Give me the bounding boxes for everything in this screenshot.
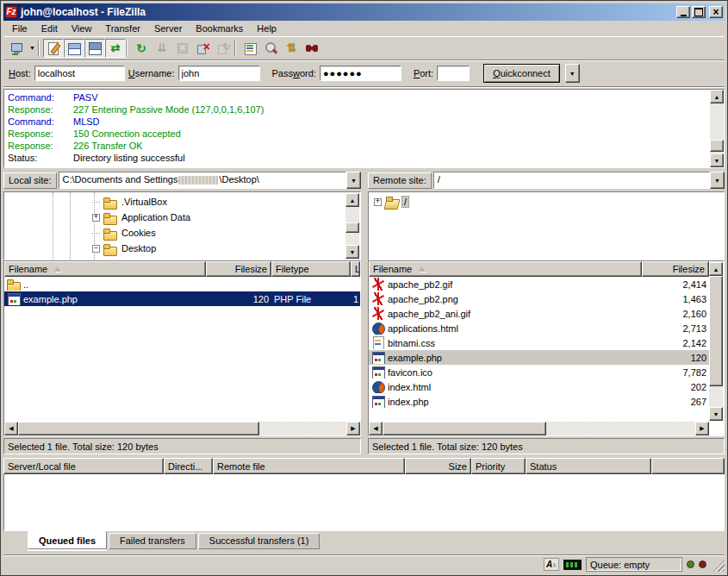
cancel-button[interactable] (172, 39, 193, 58)
menu-item[interactable]: Help (250, 22, 283, 35)
site-manager-button[interactable] (6, 39, 27, 58)
scroll-up-icon[interactable]: ▲ (710, 90, 724, 103)
folder-icon[interactable] (92, 198, 100, 206)
scroll-up-icon[interactable]: ▲ (345, 193, 359, 207)
scrollbar-thumb[interactable] (709, 276, 723, 386)
column-header-filesize[interactable]: Filesize (642, 261, 709, 277)
menu-item[interactable]: Bookmarks (189, 22, 250, 35)
disconnect-button[interactable] (193, 39, 214, 58)
log-vertical-scrollbar[interactable]: ▲ ▼ (710, 90, 724, 167)
find-button[interactable] (302, 39, 322, 58)
scrollbar-thumb[interactable] (18, 422, 259, 435)
queue-tab[interactable]: Failed transfers (109, 533, 196, 549)
chevron-down-icon[interactable]: ▼ (710, 172, 725, 189)
port-input[interactable] (437, 66, 470, 81)
queue-list[interactable] (3, 474, 725, 531)
process-queue-button[interactable] (152, 39, 172, 58)
local-tree-scrollbar[interactable]: ▲ ▼ (345, 193, 359, 259)
remote-vertical-scrollbar[interactable]: ▲ ▼ (709, 262, 723, 421)
folder-icon[interactable] (92, 214, 100, 222)
column-header-filetype[interactable]: Filetype (271, 261, 351, 277)
scroll-left-icon[interactable]: ◀ (369, 422, 383, 435)
username-input[interactable] (178, 66, 260, 81)
ascii-data-type-indicator-icon[interactable]: A (544, 558, 559, 571)
column-header-server-local-file[interactable]: Server/Local file (3, 458, 164, 474)
minimize-button[interactable] (676, 6, 690, 18)
filter-button[interactable] (240, 39, 260, 58)
toggle-remote-tree-button[interactable] (84, 39, 105, 58)
scroll-up-icon[interactable]: ▲ (709, 262, 723, 276)
scroll-down-icon[interactable]: ▼ (709, 407, 723, 421)
apache-button[interactable]: apache_pb2.gif 2,414 (369, 277, 709, 291)
site-manager-dropdown-button[interactable] (27, 39, 38, 58)
column-header-filesize[interactable]: Filesize (206, 261, 271, 277)
quickconnect-dropdown-button[interactable]: ▼ (565, 64, 580, 83)
win-button[interactable]: example.php 120 PHP File 1 (4, 291, 360, 306)
css-button[interactable]: bitnami.css 2,142 (369, 335, 709, 350)
refresh-button[interactable] (131, 39, 152, 58)
local-site-path[interactable]: C:\Documents and Settings\Desktop\ (59, 172, 346, 189)
folder-icon[interactable] (92, 245, 100, 253)
remote-site-combo[interactable]: / ▼ (433, 172, 725, 189)
resize-grip[interactable] (712, 560, 725, 572)
scrollbar-thumb[interactable] (383, 422, 546, 435)
html-button[interactable]: index.html 202 (369, 379, 709, 394)
local-horizontal-scrollbar[interactable]: ◀ ▶ (4, 422, 360, 435)
remote-site-path[interactable]: / (433, 172, 710, 189)
toggle-log-button[interactable] (43, 39, 64, 58)
queue-tab[interactable]: Successful transfers (1) (198, 533, 320, 549)
folder-button[interactable]: Application Data (6, 210, 345, 225)
host-input[interactable] (34, 66, 125, 81)
menu-item[interactable]: View (65, 22, 99, 35)
local-site-combo[interactable]: C:\Documents and Settings\Desktop\ ▼ (59, 172, 361, 189)
win-button[interactable]: example.php 120 (369, 350, 709, 365)
speed-limit-indicator-icon[interactable] (563, 560, 582, 570)
compare-button[interactable] (260, 39, 281, 58)
column-header-direction[interactable]: Directi... (164, 458, 213, 474)
column-header-size[interactable]: Size (405, 458, 471, 474)
sync-browse-button[interactable] (281, 39, 302, 58)
folder-button[interactable]: .. (4, 277, 360, 291)
column-header-remote-file[interactable]: Remote file (213, 458, 405, 474)
win-button[interactable]: favicon.ico 7,782 (369, 365, 709, 379)
close-button[interactable] (709, 6, 723, 18)
apache-button[interactable]: apache_pb2.png 1,463 (369, 291, 709, 306)
column-header-priority[interactable]: Priority (471, 458, 526, 474)
folder-icon[interactable] (92, 229, 100, 237)
remote-horizontal-scrollbar[interactable]: ◀ ▶ (369, 422, 709, 435)
scroll-down-icon[interactable]: ▼ (710, 153, 724, 167)
title-bar[interactable]: Fz john@localhost - FileZilla (3, 3, 725, 21)
menu-item[interactable]: File (5, 22, 34, 35)
menu-item[interactable]: Server (147, 22, 189, 35)
scroll-down-icon[interactable]: ▼ (345, 245, 359, 259)
column-header-filename[interactable]: Filename (369, 261, 642, 277)
password-input[interactable] (320, 66, 401, 81)
menu-item[interactable]: Transfer (98, 22, 147, 35)
queue-status-field: Queue: empty (586, 557, 682, 572)
toggle-queue-button[interactable] (105, 39, 126, 58)
pane-splitter[interactable] (361, 171, 368, 453)
folder-open-button[interactable]: / (370, 194, 708, 210)
quickconnect-button[interactable]: Quickconnect (483, 64, 560, 83)
column-header-status[interactable]: Status (526, 458, 651, 474)
column-header-filename[interactable]: Filename (4, 261, 206, 277)
chevron-down-icon[interactable]: ▼ (346, 172, 361, 189)
scroll-right-icon[interactable]: ▶ (346, 422, 360, 435)
scrollbar-thumb[interactable] (710, 140, 724, 152)
folder-button[interactable]: Cookies (6, 225, 345, 241)
scrollbar-thumb[interactable] (345, 222, 359, 233)
folder-button[interactable]: Desktop (6, 241, 345, 256)
scroll-right-icon[interactable]: ▶ (695, 422, 709, 435)
apache-button[interactable]: apache_pb2_ani.gif 2,160 (369, 306, 709, 321)
reconnect-button[interactable] (214, 39, 234, 58)
column-header-lastmodified[interactable]: L (351, 261, 360, 277)
toggle-local-tree-button[interactable] (64, 39, 84, 58)
scroll-left-icon[interactable]: ◀ (4, 422, 18, 435)
folder-button[interactable]: .VirtualBox (6, 194, 345, 210)
win-button[interactable]: index.php 267 (369, 394, 709, 409)
folder-open-icon[interactable] (374, 198, 382, 206)
menu-item[interactable]: Edit (34, 22, 65, 35)
queue-tab[interactable]: Queued files (28, 531, 107, 549)
maximize-button[interactable] (692, 6, 706, 18)
html-button[interactable]: applications.html 2,713 (369, 321, 709, 335)
